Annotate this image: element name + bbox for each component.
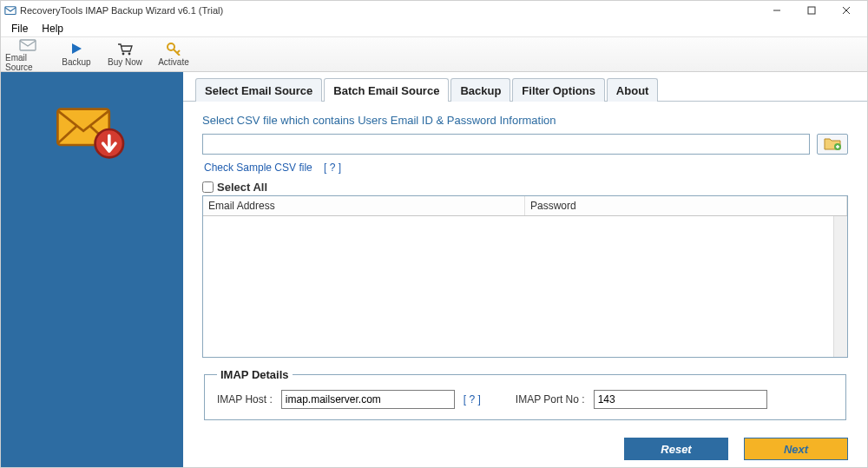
grid-body — [203, 216, 847, 357]
close-button[interactable] — [829, 1, 864, 20]
maximize-button[interactable] — [794, 1, 829, 20]
menubar: File Help — [1, 20, 867, 37]
imap-legend: IMAP Details — [217, 368, 293, 381]
svg-point-8 — [128, 53, 131, 56]
accounts-grid: Email Address Password — [202, 195, 848, 358]
action-bar: Reset Next — [183, 429, 867, 467]
toolbar-backup-label: Backup — [62, 57, 90, 67]
tab-about[interactable]: About — [607, 78, 659, 102]
select-all-label: Select All — [217, 181, 267, 194]
imap-port-input[interactable] — [594, 390, 767, 409]
col-email[interactable]: Email Address — [203, 196, 525, 215]
titlebar: RecoveryTools IMAP Backup Wizard v6.1 (T… — [1, 1, 867, 20]
csv-path-input[interactable] — [202, 134, 810, 155]
cart-icon — [116, 42, 134, 57]
tab-strip: Select Email Source Batch Email Source B… — [183, 77, 867, 102]
csv-help-link[interactable]: [ ? ] — [324, 161, 341, 174]
key-icon — [166, 42, 181, 57]
app-window: RecoveryTools IMAP Backup Wizard v6.1 (T… — [0, 0, 868, 468]
svg-rect-5 — [20, 40, 36, 50]
reset-button[interactable]: Reset — [624, 438, 728, 460]
toolbar-buy-now[interactable]: Buy Now — [102, 39, 148, 69]
svg-rect-2 — [808, 7, 815, 14]
folder-add-icon — [823, 135, 842, 154]
imap-details-group: IMAP Details IMAP Host : [ ? ] IMAP Port… — [204, 368, 846, 420]
grid-header: Email Address Password — [203, 196, 847, 216]
imap-host-label: IMAP Host : — [217, 393, 273, 405]
grid-empty — [203, 216, 833, 357]
minimize-button[interactable] — [760, 1, 794, 20]
imap-help-link[interactable]: [ ? ] — [464, 393, 481, 405]
content: Select Email Source Batch Email Source B… — [1, 72, 867, 467]
select-all-row[interactable]: Select All — [202, 181, 848, 194]
window-title: RecoveryTools IMAP Backup Wizard v6.1 (T… — [20, 5, 223, 16]
browse-button[interactable] — [817, 134, 848, 155]
imap-port-label: IMAP Port No : — [516, 393, 585, 405]
csv-file-row — [202, 134, 848, 155]
sidebar — [1, 72, 183, 467]
toolbar-buy-now-label: Buy Now — [108, 57, 142, 67]
col-password[interactable]: Password — [525, 196, 847, 215]
tab-backup[interactable]: Backup — [450, 78, 510, 102]
email-source-icon — [19, 37, 36, 53]
tab-filter-options[interactable]: Filter Options — [512, 78, 605, 102]
instruction-text: Select CSV file which contains Users Ema… — [202, 114, 848, 127]
sample-csv-link[interactable]: Check Sample CSV file — [204, 161, 312, 174]
toolbar-backup[interactable]: Backup — [53, 39, 100, 69]
play-icon — [69, 42, 83, 57]
imap-row: IMAP Host : [ ? ] IMAP Port No : — [217, 390, 833, 409]
tab-batch-email-source[interactable]: Batch Email Source — [324, 78, 449, 102]
toolbar-email-source-label: Email Source — [5, 53, 50, 72]
svg-point-9 — [168, 43, 174, 50]
svg-rect-0 — [5, 7, 16, 15]
tab-body: Select CSV file which contains Users Ema… — [183, 102, 867, 429]
menu-help[interactable]: Help — [35, 21, 70, 36]
next-button[interactable]: Next — [744, 438, 848, 460]
envelope-download-icon — [53, 98, 131, 168]
svg-point-7 — [122, 53, 125, 56]
select-all-checkbox[interactable] — [202, 181, 214, 193]
menu-file[interactable]: File — [4, 21, 35, 36]
toolbar-activate[interactable]: Activate — [150, 39, 197, 69]
toolbar-email-source[interactable]: Email Source — [4, 39, 51, 69]
svg-marker-6 — [72, 43, 82, 54]
toolbar: Email Source Backup Buy Now Activate — [1, 37, 867, 72]
app-icon — [4, 5, 16, 16]
toolbar-activate-label: Activate — [158, 57, 189, 67]
grid-scrollbar[interactable] — [833, 216, 847, 357]
sample-row: Check Sample CSV file [ ? ] — [204, 161, 848, 174]
tab-select-email-source[interactable]: Select Email Source — [195, 78, 322, 102]
imap-host-input[interactable] — [281, 390, 455, 409]
main-panel: Select Email Source Batch Email Source B… — [183, 72, 867, 467]
